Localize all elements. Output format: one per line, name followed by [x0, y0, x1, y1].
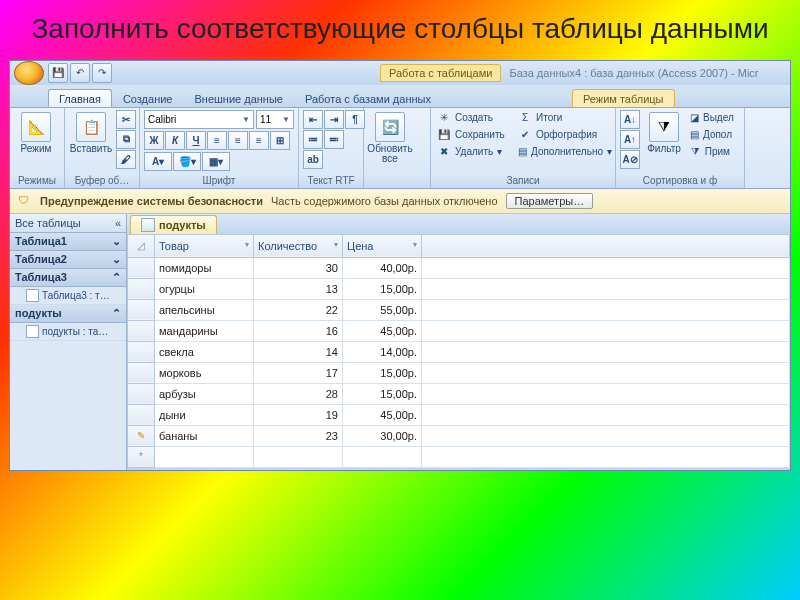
- table-row[interactable]: морковь1715,00р.: [128, 362, 790, 383]
- cell-product[interactable]: апельсины: [155, 299, 254, 320]
- align-right-icon[interactable]: ≡: [249, 131, 269, 150]
- cell-product[interactable]: арбузы: [155, 383, 254, 404]
- clear-sort-icon[interactable]: A⊘: [620, 150, 640, 169]
- row-selector[interactable]: [128, 299, 155, 320]
- table-tab-products[interactable]: подукты: [130, 215, 217, 234]
- font-color-button[interactable]: A▾: [144, 152, 172, 171]
- col-price[interactable]: Цена▾: [343, 234, 422, 257]
- format-painter-icon[interactable]: 🖌: [116, 150, 136, 169]
- cell-price[interactable]: 15,00р.: [343, 383, 422, 404]
- cell-product[interactable]: бананы: [155, 425, 254, 446]
- spelling-button[interactable]: ✔Орфография: [516, 127, 610, 143]
- security-options-button[interactable]: Параметры…: [506, 193, 594, 209]
- more-button[interactable]: ▤Дополнительно▾: [516, 144, 610, 160]
- new-record-button[interactable]: ✳Создать: [435, 110, 513, 126]
- table-row[interactable]: арбузы2815,00р.: [128, 383, 790, 404]
- table-row[interactable]: ✎бананы2330,00р.: [128, 425, 790, 446]
- col-quantity[interactable]: Количество▾: [254, 234, 343, 257]
- filter-button[interactable]: ⧩ Фильтр: [643, 110, 685, 156]
- gridlines-icon[interactable]: ⊞: [270, 131, 290, 150]
- highlight-icon[interactable]: ab: [303, 150, 323, 169]
- datasheet-grid[interactable]: ◿ Товар▾ Количество▾ Цена▾ помидоры3040,…: [127, 234, 790, 468]
- cell-price[interactable]: 45,00р.: [343, 404, 422, 425]
- cell-product[interactable]: огурцы: [155, 278, 254, 299]
- nav-group-table3[interactable]: Таблица3⌃: [10, 269, 126, 287]
- nav-header[interactable]: Все таблицы«: [10, 214, 126, 233]
- cell-quantity[interactable]: 23: [254, 425, 343, 446]
- select-all-cell[interactable]: ◿: [128, 234, 155, 257]
- row-selector[interactable]: ✎: [128, 425, 155, 446]
- ltr-icon[interactable]: ¶: [345, 110, 365, 129]
- refresh-button[interactable]: 🔄 Обновить все: [368, 110, 412, 166]
- row-selector[interactable]: [128, 383, 155, 404]
- tab-datasheet[interactable]: Режим таблицы: [572, 89, 675, 107]
- toggle-filter-button[interactable]: ⧩Прим: [688, 144, 732, 160]
- tab-home[interactable]: Главная: [48, 89, 112, 107]
- row-selector[interactable]: [128, 362, 155, 383]
- cell-quantity[interactable]: 28: [254, 383, 343, 404]
- align-center-icon[interactable]: ≡: [228, 131, 248, 150]
- cut-icon[interactable]: ✂: [116, 110, 136, 129]
- tab-dbtools[interactable]: Работа с базами данных: [294, 89, 442, 107]
- col-product[interactable]: Товар▾: [155, 234, 254, 257]
- fill-color-button[interactable]: 🪣▾: [173, 152, 201, 171]
- cell-product[interactable]: свекла: [155, 341, 254, 362]
- underline-button[interactable]: Ч: [186, 131, 206, 150]
- paste-button[interactable]: 📋 Вставить: [69, 110, 113, 156]
- redo-icon[interactable]: ↷: [92, 63, 112, 83]
- table-row[interactable]: свекла1414,00р.: [128, 341, 790, 362]
- table-row[interactable]: дыни1945,00р.: [128, 404, 790, 425]
- cell-quantity[interactable]: 14: [254, 341, 343, 362]
- alt-fill-button[interactable]: ▦▾: [202, 152, 230, 171]
- nav-group-table2[interactable]: Таблица2⌄: [10, 251, 126, 269]
- cell-price[interactable]: 30,00р.: [343, 425, 422, 446]
- cell-price[interactable]: 15,00р.: [343, 362, 422, 383]
- office-button[interactable]: [14, 61, 44, 85]
- row-selector[interactable]: [128, 341, 155, 362]
- totals-button[interactable]: ΣИтоги: [516, 110, 610, 126]
- row-selector[interactable]: [128, 404, 155, 425]
- advanced-filter-button[interactable]: ▤Допол: [688, 127, 732, 143]
- tab-external[interactable]: Внешние данные: [184, 89, 294, 107]
- table-row[interactable]: помидоры3040,00р.: [128, 257, 790, 278]
- cell-price[interactable]: 40,00р.: [343, 257, 422, 278]
- indent-inc-icon[interactable]: ⇥: [324, 110, 344, 129]
- cell-product[interactable]: морковь: [155, 362, 254, 383]
- save-icon[interactable]: 💾: [48, 63, 68, 83]
- cell-quantity[interactable]: 17: [254, 362, 343, 383]
- numbering-icon[interactable]: ≕: [324, 130, 344, 149]
- align-left-icon[interactable]: ≡: [207, 131, 227, 150]
- view-button[interactable]: 📐 Режим: [14, 110, 58, 156]
- cell-product[interactable]: мандарины: [155, 320, 254, 341]
- cell-quantity[interactable]: 30: [254, 257, 343, 278]
- row-selector[interactable]: [128, 278, 155, 299]
- indent-dec-icon[interactable]: ⇤: [303, 110, 323, 129]
- cell-price[interactable]: 55,00р.: [343, 299, 422, 320]
- table-row[interactable]: мандарины1645,00р.: [128, 320, 790, 341]
- copy-icon[interactable]: ⧉: [116, 130, 136, 149]
- tab-create[interactable]: Создание: [112, 89, 184, 107]
- save-record-button[interactable]: 💾Сохранить: [435, 127, 513, 143]
- nav-item-table3[interactable]: Таблица3 : т…: [10, 287, 126, 305]
- nav-group-products[interactable]: подукты⌃: [10, 305, 126, 323]
- cell-quantity[interactable]: 16: [254, 320, 343, 341]
- cell-price[interactable]: 45,00р.: [343, 320, 422, 341]
- undo-icon[interactable]: ↶: [70, 63, 90, 83]
- cell-quantity[interactable]: 19: [254, 404, 343, 425]
- delete-record-button[interactable]: ✖Удалить▾: [435, 144, 513, 160]
- sort-desc-icon[interactable]: A↑: [620, 130, 640, 149]
- font-name-combo[interactable]: Calibri▼: [144, 110, 254, 129]
- cell-product[interactable]: помидоры: [155, 257, 254, 278]
- font-size-combo[interactable]: 11▼: [256, 110, 294, 129]
- cell-quantity[interactable]: 13: [254, 278, 343, 299]
- bullets-icon[interactable]: ≔: [303, 130, 323, 149]
- selection-filter-button[interactable]: ◪Выдел: [688, 110, 732, 126]
- cell-product[interactable]: дыни: [155, 404, 254, 425]
- nav-item-products[interactable]: подукты : та…: [10, 323, 126, 341]
- cell-price[interactable]: 14,00р.: [343, 341, 422, 362]
- table-row[interactable]: огурцы1315,00р.: [128, 278, 790, 299]
- row-selector[interactable]: [128, 257, 155, 278]
- italic-button[interactable]: К: [165, 131, 185, 150]
- cell-price[interactable]: 15,00р.: [343, 278, 422, 299]
- nav-group-table1[interactable]: Таблица1⌄: [10, 233, 126, 251]
